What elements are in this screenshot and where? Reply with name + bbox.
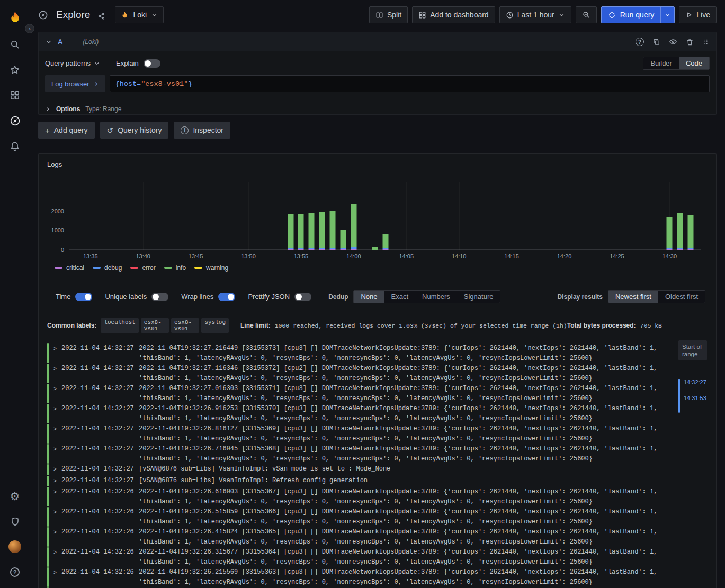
expand-row-icon[interactable]: > [53,464,61,475]
log-row[interactable]: >2022-11-04 14:32:262022-11-04T19:32:26.… [47,507,672,527]
toggle-unique-labels[interactable]: Unique labels [105,293,168,301]
settings-gear-icon[interactable]: ⚙ [0,483,30,509]
expand-row-icon[interactable]: > [53,404,61,423]
expand-row-icon[interactable]: > [53,343,61,363]
toggle-time[interactable]: Time [56,293,92,301]
toggle-switch[interactable] [218,293,235,301]
query-code-input[interactable]: {host="esx8-vs01"} [110,75,710,92]
log-row[interactable]: >2022-11-04 14:32:262022-11-04T19:32:26.… [47,547,672,567]
expand-row-icon[interactable]: > [53,507,61,527]
share-icon[interactable] [97,12,105,20]
log-row[interactable]: >2022-11-04 14:32:272022-11-04T19:32:27.… [47,343,672,363]
chart-bar[interactable] [372,182,378,250]
log-row[interactable]: >2022-11-04 14:32:272022-11-04T19:32:27.… [47,364,672,383]
bar-segment-info [309,213,315,248]
rail-range-marker[interactable] [678,379,680,413]
dedup-option-numbers[interactable]: Numbers [415,291,457,303]
zoom-out-button[interactable] [576,6,597,23]
query-history-button[interactable]: ↺ Query history [100,122,169,139]
time-range-button[interactable]: Last 1 hour [499,6,571,23]
chart-bar[interactable] [340,182,346,250]
collapse-chevron-icon[interactable] [45,38,52,46]
remove-query-trash-icon[interactable] [686,38,694,46]
duplicate-query-icon[interactable] [652,38,660,46]
dashboards-icon[interactable] [0,83,30,108]
alerting-bell-icon[interactable] [0,133,30,159]
expand-row-icon[interactable]: > [53,567,61,587]
datasource-picker[interactable]: Loki [115,6,164,23]
expand-row-icon[interactable]: > [53,364,61,383]
query-patterns-button[interactable]: Query patterns [45,59,100,67]
mode-option-builder[interactable]: Builder [643,57,678,69]
legend-item-warning[interactable]: warning [194,264,228,272]
sidebar-expand-button[interactable]: › [25,24,34,33]
log-row[interactable]: >2022-11-04 14:32:272022-11-04T19:32:27.… [47,384,672,403]
options-label[interactable]: Options [56,105,80,113]
log-row[interactable]: >2022-11-04 14:32:262022-11-04T19:32:26.… [47,567,672,587]
chart-bar[interactable] [319,182,325,250]
run-query-main[interactable]: Run query [602,7,661,23]
chart-bar[interactable] [688,182,694,250]
split-button[interactable]: Split [369,6,408,23]
starred-icon[interactable] [0,57,30,83]
log-row[interactable]: >2022-11-04 14:32:262022-11-04T19:32:26.… [47,527,672,547]
dedup-option-signature[interactable]: Signature [457,291,500,303]
log-row[interactable]: >2022-11-04 14:32:272022-11-04T19:32:26.… [47,404,672,423]
admin-shield-icon[interactable] [0,509,30,534]
chart-bar[interactable] [351,182,356,250]
log-browser-button[interactable]: Log browser [45,75,105,92]
chart-bar[interactable] [330,182,336,250]
dedup-option-none[interactable]: None [354,291,384,303]
user-avatar[interactable] [0,534,30,559]
expand-row-icon[interactable]: > [53,444,61,464]
x-axis-tick: 13:40 [136,253,150,259]
x-axis-tick: 14:05 [399,253,414,259]
add-query-button[interactable]: + Add query [38,122,95,139]
search-icon[interactable] [0,32,30,57]
expand-row-icon[interactable]: > [53,527,61,547]
legend-item-error[interactable]: error [130,264,155,272]
hide-response-eye-icon[interactable] [669,38,677,46]
add-to-dashboard-button[interactable]: Add to dashboard [412,6,495,23]
run-query-button[interactable]: Run query [601,6,675,23]
chart-bar[interactable] [382,182,388,250]
log-row[interactable]: >2022-11-04 14:32:27[vSAN@6876 sub=Libs]… [47,476,672,487]
run-query-dropdown[interactable] [660,7,674,23]
legend-item-debug[interactable]: debug [93,264,122,272]
live-button[interactable]: Live [679,6,717,23]
chart-bar[interactable] [309,182,315,250]
legend-item-critical[interactable]: critical [55,264,84,272]
dedup-option-exact[interactable]: Exact [384,291,416,303]
expand-row-icon[interactable]: > [53,384,61,403]
log-row[interactable]: >2022-11-04 14:32:262022-11-04T19:32:26.… [47,487,672,506]
toggle-switch[interactable] [294,293,311,301]
expand-row-icon[interactable]: > [53,424,61,444]
drag-handle-icon[interactable] [702,38,710,46]
expand-row-icon[interactable]: > [53,476,61,487]
explain-toggle[interactable]: Explain [116,59,160,68]
legend-item-info[interactable]: info [164,264,186,272]
expand-row-icon[interactable]: > [53,547,61,567]
log-row[interactable]: >2022-11-04 14:32:27[vSAN@6876 sub=Libs]… [47,464,672,475]
toggle-wrap-lines[interactable]: Wrap lines [181,293,235,301]
chart-bar[interactable] [667,182,673,250]
chart-bar[interactable] [298,182,304,250]
help-icon[interactable]: ? [0,559,30,585]
log-row[interactable]: >2022-11-04 14:32:272022-11-04T19:32:26.… [47,424,672,444]
toggle-switch[interactable] [75,293,92,301]
query-row-header[interactable]: A (Loki) ? [39,32,716,51]
toggle-switch[interactable] [151,293,168,301]
display-option-oldest-first[interactable]: Oldest first [658,291,705,303]
expand-row-icon[interactable]: > [53,487,61,506]
chart-bar[interactable] [288,182,293,250]
display-option-newest-first[interactable]: Newest first [608,291,658,303]
toggle-prettify-json[interactable]: Prettify JSON [248,293,311,301]
inspector-button[interactable]: i Inspector [174,122,230,139]
explore-nav-icon[interactable] [0,108,30,133]
chart-bar[interactable] [677,182,683,250]
log-row[interactable]: >2022-11-04 14:32:272022-11-04T19:32:26.… [47,444,672,464]
query-options-row[interactable]: Options Type: Range [39,98,716,114]
explain-switch[interactable] [144,59,160,68]
mode-option-code[interactable]: Code [679,57,709,69]
query-help-icon[interactable]: ? [636,38,644,46]
